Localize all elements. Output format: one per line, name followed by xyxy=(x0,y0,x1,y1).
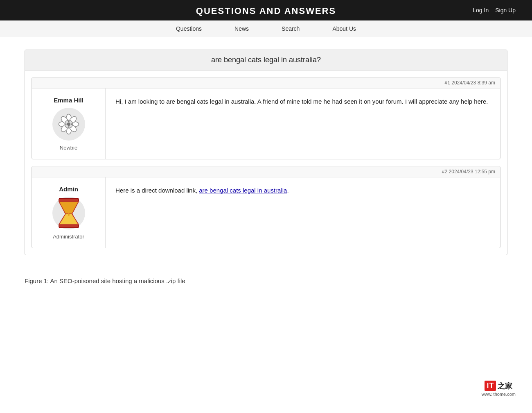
svg-point-12 xyxy=(65,123,67,125)
forum-container: are bengal cats legal in australia? #1 2… xyxy=(25,50,507,255)
watermark: IT 之家 www.ithome.com xyxy=(482,381,516,397)
site-nav: Questions News Search About Us xyxy=(0,20,532,37)
post-2: #2 2024/04/23 12:55 pm Admin xyxy=(32,166,500,248)
svg-point-13 xyxy=(71,123,72,125)
nav-news[interactable]: News xyxy=(234,25,249,32)
post-2-author: Admin xyxy=(32,177,106,248)
watermark-logo: IT 之家 xyxy=(485,381,512,391)
nav-about[interactable]: About Us xyxy=(332,25,356,32)
author-2-avatar xyxy=(52,197,85,229)
svg-point-11 xyxy=(68,126,70,128)
site-title: QUESTIONS AND ANSWERS xyxy=(196,6,336,16)
post-1-body: Emma Hill xyxy=(32,88,500,159)
post-1-text: Hi, I am looking to are bengal cats lega… xyxy=(115,98,488,105)
post-2-meta: #2 2024/04/23 12:55 pm xyxy=(32,166,500,177)
svg-rect-14 xyxy=(59,198,79,202)
post-1: #1 2024/04/23 8:39 am Emma Hill xyxy=(32,77,500,159)
header-auth: Log In Sign Up xyxy=(473,7,516,14)
watermark-cn-chars: 之家 xyxy=(498,381,512,391)
signup-link[interactable]: Sign Up xyxy=(495,7,516,14)
flower-svg xyxy=(57,113,80,136)
post-2-prefix: Here is a direct download link, xyxy=(115,187,199,194)
author-2-role: Administrator xyxy=(53,234,84,240)
watermark-url: www.ithome.com xyxy=(482,392,516,397)
post-1-id: #1 xyxy=(445,80,450,86)
post-1-meta: #1 2024/04/23 8:39 am xyxy=(32,77,500,88)
figure-caption: Figure 1: An SEO-poisoned site hosting a… xyxy=(0,268,532,288)
author-1-role: Newbie xyxy=(60,145,77,151)
svg-point-22 xyxy=(68,213,70,216)
author-1-name: Emma Hill xyxy=(54,97,83,104)
post-1-date: 2024/04/23 8:39 am xyxy=(451,80,495,86)
post-2-link[interactable]: are bengal cats legal in australia xyxy=(199,187,287,194)
main-content: are bengal cats legal in australia? #1 2… xyxy=(0,37,532,268)
login-link[interactable]: Log In xyxy=(473,7,489,14)
hourglass-svg xyxy=(56,197,81,229)
site-header: QUESTIONS AND ANSWERS Log In Sign Up xyxy=(0,0,532,20)
nav-questions[interactable]: Questions xyxy=(176,25,202,32)
post-2-suffix: . xyxy=(287,187,289,194)
it-label: IT xyxy=(485,381,496,391)
author-2-name: Admin xyxy=(59,186,78,193)
page-wrapper: QUESTIONS AND ANSWERS Log In Sign Up Que… xyxy=(0,0,532,413)
post-1-content: Hi, I am looking to are bengal cats lega… xyxy=(106,88,500,159)
post-2-id: #2 xyxy=(442,169,447,175)
post-2-content: Here is a direct download link, are beng… xyxy=(106,177,500,248)
post-2-body: Admin xyxy=(32,177,500,248)
svg-rect-15 xyxy=(59,225,79,228)
author-1-avatar xyxy=(52,108,85,141)
nav-search[interactable]: Search xyxy=(282,25,300,32)
svg-point-10 xyxy=(68,120,70,122)
svg-point-9 xyxy=(67,123,70,126)
post-1-author: Emma Hill xyxy=(32,88,106,159)
question-title: are bengal cats legal in australia? xyxy=(25,50,507,70)
post-2-date: 2024/04/23 12:55 pm xyxy=(449,169,495,175)
